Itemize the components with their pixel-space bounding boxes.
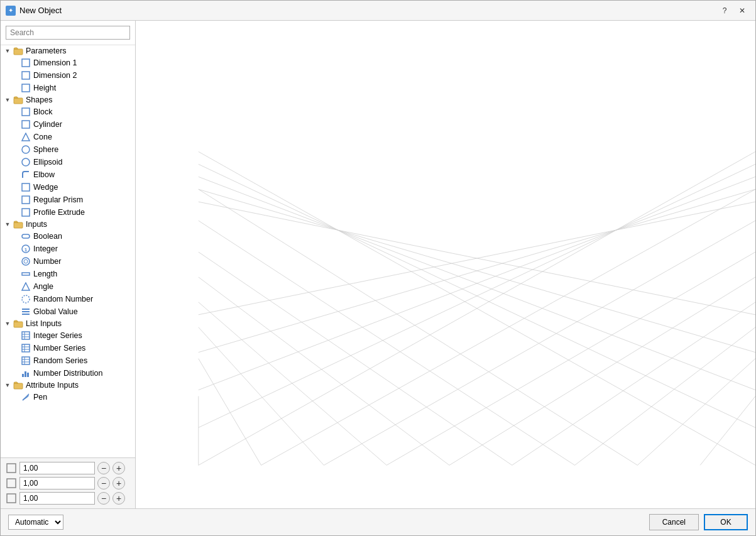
input-row-3: − + [6,492,130,505]
integer-icon: 1 [21,244,31,254]
window-controls: ? ✕ [716,4,750,17]
item-cylinder[interactable]: Cylinder [1,118,135,131]
item-integerseries-label: Integer Series [33,331,82,340]
item-sphere[interactable]: Sphere [1,143,135,156]
chevron-listinputs: ▼ [3,319,12,328]
circle-icon-ellipsoid [21,157,31,167]
randomnumber-icon [21,294,31,304]
search-input[interactable] [6,26,130,40]
item-block-label: Block [33,107,53,116]
help-button[interactable]: ? [716,4,733,17]
dim-icon-2 [6,478,17,489]
svg-rect-3 [22,84,30,92]
item-numberseries[interactable]: Number Series [1,342,135,354]
item-number[interactable]: Number [1,255,135,268]
item-numberdistribution[interactable]: Number Distribution [1,367,135,380]
svg-rect-26 [22,332,30,339]
cancel-button[interactable]: Cancel [649,514,699,530]
table-icon-integerseries [21,331,31,341]
chevron-parameters: ▼ [3,46,12,55]
item-angle[interactable]: Angle [1,280,135,293]
item-profileextrude-label: Profile Extrude [33,208,85,217]
svg-rect-1 [22,59,30,67]
tree-view: ▼ Parameters Dimension 1 [1,45,135,457]
svg-rect-34 [22,357,30,364]
item-numberdistribution-label: Number Distribution [33,369,102,378]
item-cone[interactable]: Cone [1,131,135,143]
table-icon-numberseries [21,343,31,353]
item-boolean-label: Boolean [33,232,62,241]
dim3-minus-button[interactable]: − [97,492,110,505]
item-dimension2-label: Dimension 2 [33,71,77,80]
svg-rect-2 [22,72,30,79]
group-attributeinputs-label: Attribute Inputs [26,381,79,390]
group-parameters[interactable]: ▼ Parameters [1,45,135,57]
chevron-shapes: ▼ [3,96,12,104]
item-randomnumber-label: Random Number [33,295,93,304]
item-ellipsoid[interactable]: Ellipsoid [1,156,135,168]
dropdown-area: Automatic Manual [8,515,63,530]
dim2-minus-button[interactable]: − [97,477,110,490]
item-height-label: Height [33,84,56,92]
folder-icon-attributeinputs [13,381,23,390]
grid-svg [136,21,755,508]
svg-rect-44 [7,479,16,488]
svg-rect-0 [14,49,23,55]
item-dimension1[interactable]: Dimension 1 [1,57,135,69]
chart-icon-numberdistribution [21,368,31,378]
svg-point-9 [22,158,30,166]
circle-icon-sphere [21,145,31,155]
item-elbow[interactable]: Elbow [1,168,135,181]
chevron-attributeinputs: ▼ [3,381,12,390]
rect-icon-cylinder [21,119,31,129]
app-icon: ✦ [6,6,16,16]
item-regularprism[interactable]: Regular Prism [1,194,135,206]
dimension-inputs: − + − + − + [1,457,135,508]
group-shapes-label: Shapes [26,96,52,104]
rect-icon-profileextrude [21,207,31,217]
group-shapes[interactable]: ▼ Shapes [1,94,135,106]
group-inputs[interactable]: ▼ Inputs [1,219,135,230]
ok-button[interactable]: OK [704,514,748,530]
item-profileextrude[interactable]: Profile Extrude [1,206,135,219]
item-boolean[interactable]: Boolean [1,230,135,243]
item-randomnumber[interactable]: Random Number [1,293,135,305]
item-dimension2[interactable]: Dimension 2 [1,69,135,82]
group-attributeinputs[interactable]: ▼ Attribute Inputs [1,380,135,391]
item-pen[interactable]: Pen [1,391,135,403]
item-block[interactable]: Block [1,106,135,118]
dim-input-1[interactable] [19,462,95,474]
item-integer[interactable]: 1 Integer [1,243,135,255]
item-ellipsoid-label: Ellipsoid [33,158,63,167]
item-integerseries[interactable]: Integer Series [1,329,135,342]
left-panel: ▼ Parameters Dimension 1 [1,21,136,508]
svg-rect-4 [14,98,23,104]
item-length[interactable]: Length [1,268,135,280]
item-wedge[interactable]: Wedge [1,181,135,194]
dim-input-3[interactable] [19,492,95,505]
dim2-plus-button[interactable]: + [112,477,125,490]
item-globalvalue[interactable]: Global Value [1,305,135,318]
dim1-minus-button[interactable]: − [97,462,110,474]
group-listinputs-label: List Inputs [26,319,62,328]
angle-icon [21,282,31,292]
svg-rect-23 [22,311,30,312]
item-pen-label: Pen [33,393,47,402]
automatic-dropdown[interactable]: Automatic Manual [8,515,63,530]
item-wedge-label: Wedge [33,183,58,192]
item-integer-label: Integer [33,244,58,253]
dim1-plus-button[interactable]: + [112,462,125,474]
close-button[interactable]: ✕ [734,4,750,17]
svg-marker-20 [22,283,30,290]
group-listinputs[interactable]: ▼ List Inputs [1,318,135,329]
dim-input-2[interactable] [19,477,95,490]
dim3-plus-button[interactable]: + [112,492,125,505]
item-height[interactable]: Height [1,82,135,94]
svg-rect-13 [14,222,23,228]
folder-icon-parameters [13,46,23,55]
rect-icon-wedge [21,182,31,192]
svg-rect-43 [7,464,16,473]
svg-text:1: 1 [25,247,28,253]
rect-icon-block [21,107,31,117]
item-randomseries[interactable]: Random Series [1,354,135,367]
